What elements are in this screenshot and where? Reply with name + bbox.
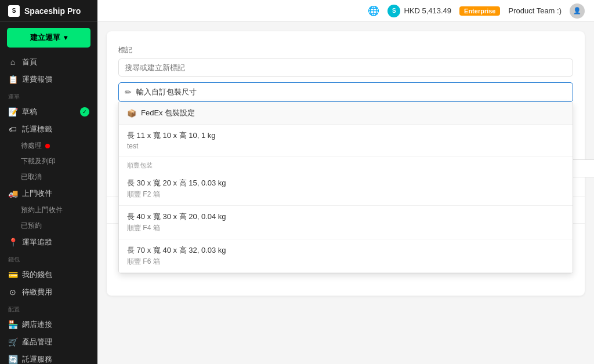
item-subtitle: test: [127, 142, 564, 150]
tag-section: 標記 ✏ 輸入自訂包裝尺寸 📦 FedEx 包裝設定: [107, 31, 585, 111]
topbar: 🌐 S HKD 5,413.49 Enterprise Product Team…: [97, 0, 594, 22]
app-title: Spaceship Pro: [24, 6, 81, 16]
create-shipment-button[interactable]: 建立運單: [7, 28, 90, 48]
item-title: 長 11 x 寬 10 x 高 10, 1 kg: [127, 130, 564, 141]
content-area: 標記 ✏ 輸入自訂包裝尺寸 📦 FedEx 包裝設定: [97, 22, 594, 364]
globe-icon[interactable]: 🌐: [368, 5, 379, 16]
sidebar-item-label: 託運標籤: [22, 124, 52, 134]
balance-icon: S: [387, 5, 400, 17]
cancelled-label: 已取消: [21, 172, 42, 182]
fedex-section-header: 📦 FedEx 包裝設定: [119, 102, 573, 125]
sf-item-1[interactable]: 長 40 x 寬 30 x 高 20, 0.04 kg 順豐 F4 箱: [119, 206, 573, 239]
logo-icon: S: [8, 5, 20, 17]
sf-item-2[interactable]: 長 70 x 寬 40 x 高 32, 0.03 kg 順豐 F6 箱: [119, 239, 573, 273]
section-label-wallet: 錢包: [0, 251, 97, 266]
drafts-icon: 📝: [8, 107, 17, 117]
tag-input[interactable]: [118, 59, 573, 77]
sidebar-item-label: 運費報價: [22, 74, 52, 85]
item-title: 長 30 x 寬 20 x 高 15, 0.03 kg: [127, 178, 564, 188]
package-input-text: 輸入自訂包裝尺寸: [136, 87, 197, 97]
package-dropdown-container: ✏ 輸入自訂包裝尺寸 📦 FedEx 包裝設定 長 11 x 寬 10 x 高 …: [118, 82, 573, 102]
sidebar-item-labels[interactable]: 🏷 託運標籤: [0, 121, 97, 138]
sidebar-subitem-schedule-pickup[interactable]: 預約上門收件: [0, 202, 97, 218]
sf-section-label: 順豐包裝: [119, 156, 573, 172]
pending-fees-icon: ⊙: [8, 287, 17, 297]
sidebar-item-courier[interactable]: 🔄 託運服務: [0, 351, 97, 364]
form-panel: 標記 ✏ 輸入自訂包裝尺寸 📦 FedEx 包裝設定: [107, 31, 585, 296]
home-icon: ⌂: [8, 57, 17, 67]
sidebar-item-label: 產品管理: [22, 337, 52, 347]
main-area: 🌐 S HKD 5,413.49 Enterprise Product Team…: [97, 0, 594, 364]
item-title: 長 40 x 寬 30 x 高 20, 0.04 kg: [127, 212, 564, 222]
download-label: 下載及列印: [21, 156, 56, 166]
schedule-label: 預約上門收件: [21, 205, 63, 215]
sidebar-subitem-reserved[interactable]: 已預約: [0, 218, 97, 234]
sidebar-item-label: 首頁: [22, 57, 37, 67]
sidebar-item-tracking[interactable]: 📍 運單追蹤: [0, 234, 97, 251]
sidebar-item-wallet[interactable]: 💳 我的錢包: [0, 266, 97, 283]
sidebar-item-pickup[interactable]: 🚚 上門收件: [0, 185, 97, 202]
fedex-icon: 📦: [127, 109, 136, 118]
sidebar: S Spaceship Pro 建立運單 ⌂ 首頁 📋 運費報價 運單 📝 草稿…: [0, 0, 97, 364]
item-title: 長 70 x 寬 40 x 高 32, 0.03 kg: [127, 245, 564, 256]
sidebar-item-store[interactable]: 🏪 網店連接: [0, 316, 97, 333]
pending-badge: [45, 144, 50, 148]
wallet-icon: 💳: [8, 270, 17, 279]
sidebar-item-label: 我的錢包: [22, 270, 52, 280]
balance-amount: HKD 5,413.49: [404, 6, 451, 15]
tracking-icon: 📍: [8, 238, 17, 247]
avatar[interactable]: 👤: [570, 3, 585, 19]
sidebar-item-pending-fees[interactable]: ⊙ 待繳費用: [0, 283, 97, 301]
sidebar-item-rates[interactable]: 📋 運費報價: [0, 71, 97, 88]
reserved-label: 已預約: [21, 221, 42, 231]
item-subtitle: 順豐 F6 箱: [127, 257, 564, 267]
section-label-orders: 運單: [0, 88, 97, 103]
rates-icon: 📋: [8, 75, 17, 84]
labels-icon: 🏷: [8, 125, 17, 134]
custom-package-item[interactable]: 長 11 x 寬 10 x 高 10, 1 kg test: [119, 125, 573, 156]
item-subtitle: 順豐 F2 箱: [127, 190, 564, 199]
sf-item-0[interactable]: 長 30 x 寬 20 x 高 15, 0.03 kg 順豐 F2 箱: [119, 172, 573, 206]
sidebar-subitem-pending[interactable]: 待處理: [0, 138, 97, 154]
sidebar-item-label: 運單追蹤: [22, 237, 52, 247]
products-icon: 🛒: [8, 337, 17, 347]
user-label: Product Team :): [508, 6, 562, 15]
drafts-badge: [80, 107, 89, 117]
sidebar-item-label: 草稿: [22, 107, 37, 117]
sidebar-subitem-download[interactable]: 下載及列印: [0, 154, 97, 169]
pencil-icon: ✏: [125, 88, 132, 97]
item-subtitle: 順豐 F4 箱: [127, 223, 564, 233]
pickup-icon: 🚚: [8, 189, 17, 198]
courier-icon: 🔄: [8, 355, 17, 364]
section-label-config: 配置: [0, 301, 97, 316]
package-dropdown-list: 📦 FedEx 包裝設定 長 11 x 寬 10 x 高 10, 1 kg te…: [118, 102, 573, 274]
sidebar-item-label: 上門收件: [22, 188, 52, 199]
package-input[interactable]: ✏ 輸入自訂包裝尺寸: [118, 82, 573, 102]
fedex-section-label: FedEx 包裝設定: [141, 108, 195, 118]
sidebar-item-label: 網店連接: [22, 319, 52, 330]
sidebar-item-label: 待繳費用: [22, 287, 52, 297]
sidebar-item-products[interactable]: 🛒 產品管理: [0, 333, 97, 351]
sidebar-item-home[interactable]: ⌂ 首頁: [0, 53, 97, 71]
store-icon: 🏪: [8, 320, 17, 329]
pending-label: 待處理: [21, 141, 42, 151]
sidebar-item-label: 託運服務: [22, 354, 52, 364]
balance-display: S HKD 5,413.49: [387, 5, 451, 17]
sidebar-header: S Spaceship Pro: [0, 0, 97, 22]
sidebar-item-drafts[interactable]: 📝 草稿: [0, 103, 97, 121]
enterprise-badge: Enterprise: [459, 6, 500, 16]
sidebar-subitem-cancelled[interactable]: 已取消: [0, 169, 97, 185]
tag-field-label: 標記: [118, 45, 573, 55]
